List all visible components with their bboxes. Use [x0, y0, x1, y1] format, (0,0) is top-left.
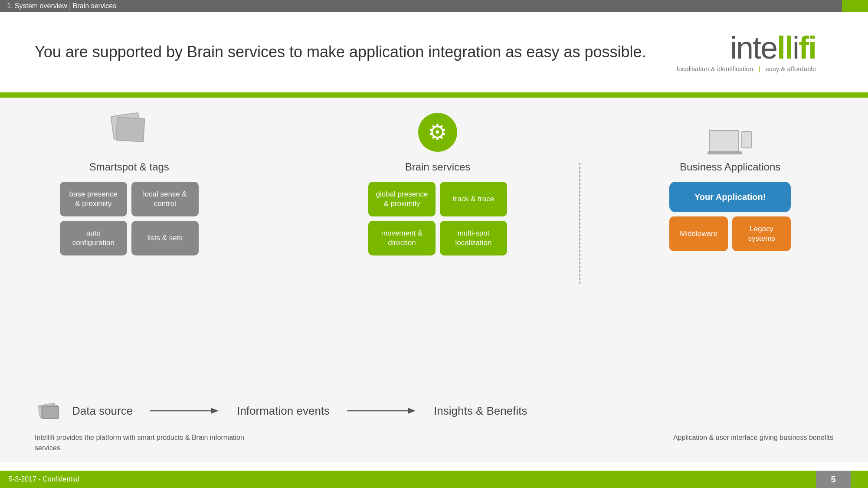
- brain-title: Brain services: [405, 161, 471, 173]
- logo-separator: |: [758, 65, 760, 72]
- smartspot-title: Smartspot & tags: [89, 161, 169, 173]
- btn-local-sense: local sense & control: [131, 182, 199, 216]
- business-icon: [708, 111, 752, 154]
- footer-page: 5: [831, 475, 835, 485]
- brain-buttons: global presence & proximity track & trac…: [368, 182, 507, 255]
- arrow-1: [150, 404, 219, 417]
- logo: intellifi: [730, 32, 816, 63]
- gear-circle-icon: ⚙: [418, 113, 457, 152]
- logo-subtitle: localisation & identification | easy & a…: [677, 65, 816, 72]
- btn-track-trace: track & trace: [440, 182, 507, 216]
- datasource-svg: [37, 398, 63, 424]
- page-title: You are supported by Brain services to m…: [35, 42, 677, 62]
- footer-accent: [851, 471, 868, 488]
- business-buttons-top: Your Application!: [669, 182, 791, 212]
- column-business: Business Applications Your Application! …: [656, 111, 804, 251]
- logo-prefix: inte: [730, 30, 777, 65]
- btn-auto-config: auto configuration: [60, 221, 127, 255]
- svg-marker-6: [408, 408, 416, 414]
- svg-marker-4: [211, 408, 219, 414]
- btn-multispot: multi-spot localization: [440, 221, 507, 255]
- arrow-2: [347, 404, 416, 417]
- footer-left: 5-3-2017 - Confidential: [0, 471, 816, 488]
- info-events-section: Information events: [237, 404, 330, 418]
- dashed-divider: [579, 163, 580, 284]
- logo-subtitle-right: easy & affordable: [766, 65, 816, 72]
- datasource-section: Data source: [35, 398, 133, 424]
- btn-middleware: Middleware: [669, 216, 728, 251]
- btn-movement: movement & direction: [368, 221, 436, 255]
- green-divider: [0, 92, 868, 98]
- columns-container: Smartspot & tags base presence & proximi…: [0, 98, 868, 385]
- header: You are supported by Brain services to m…: [0, 12, 868, 92]
- flow-row: Data source Information events Insights …: [0, 385, 868, 424]
- main-content: Smartspot & tags base presence & proximi…: [0, 98, 868, 462]
- top-bar: 1. System overview | Brain services: [0, 0, 868, 12]
- smartspot-icon: [108, 111, 151, 154]
- datasource-label: Data source: [72, 404, 133, 418]
- info-events-label: Information events: [237, 404, 330, 418]
- devices-icon-img: [711, 113, 750, 152]
- tags-stack-icon: [110, 114, 149, 151]
- logo-mid: i: [793, 30, 799, 65]
- datasource-icon: [35, 398, 65, 424]
- btn-your-application: Your Application!: [669, 182, 791, 212]
- tag-card-2: [115, 117, 145, 142]
- column-smartspot: Smartspot & tags base presence & proximi…: [64, 111, 194, 255]
- insights-label: Insights & Benefits: [434, 404, 527, 418]
- top-bar-accent: [842, 0, 868, 12]
- btn-base-presence: base presence & proximity: [60, 182, 127, 216]
- logo-subtitle-left: localisation & identification: [677, 65, 753, 72]
- btn-lists-sets: lists & sets: [131, 221, 199, 255]
- btn-legacy: Legacy systems: [732, 216, 791, 251]
- svg-rect-2: [42, 406, 59, 419]
- footer-right: 5: [816, 471, 851, 488]
- logo-area: intellifi localisation & identification …: [677, 32, 816, 72]
- footer: 5-3-2017 - Confidential 5: [0, 471, 868, 488]
- business-buttons-bottom: Middleware Legacy systems: [669, 216, 791, 251]
- bottom-notes: Intellifi provides the platform with sma…: [0, 424, 868, 462]
- column-brain: ⚙ Brain services global presence & proxi…: [373, 111, 503, 255]
- btn-global-presence: global presence & proximity: [368, 182, 436, 216]
- logo-ll: ll: [777, 30, 793, 65]
- business-title: Business Applications: [680, 161, 780, 173]
- smartspot-buttons: base presence & proximity local sense & …: [60, 182, 199, 255]
- brain-icon: ⚙: [416, 111, 459, 154]
- note-left: Intellifi provides the platform with sma…: [35, 432, 252, 453]
- note-right: Application & user interface giving busi…: [673, 432, 833, 453]
- logo-fi: fi: [799, 30, 816, 65]
- insights-section: Insights & Benefits: [434, 404, 527, 418]
- footer-date: 5-3-2017 - Confidential: [9, 475, 79, 483]
- top-bar-label: 1. System overview | Brain services: [7, 2, 116, 10]
